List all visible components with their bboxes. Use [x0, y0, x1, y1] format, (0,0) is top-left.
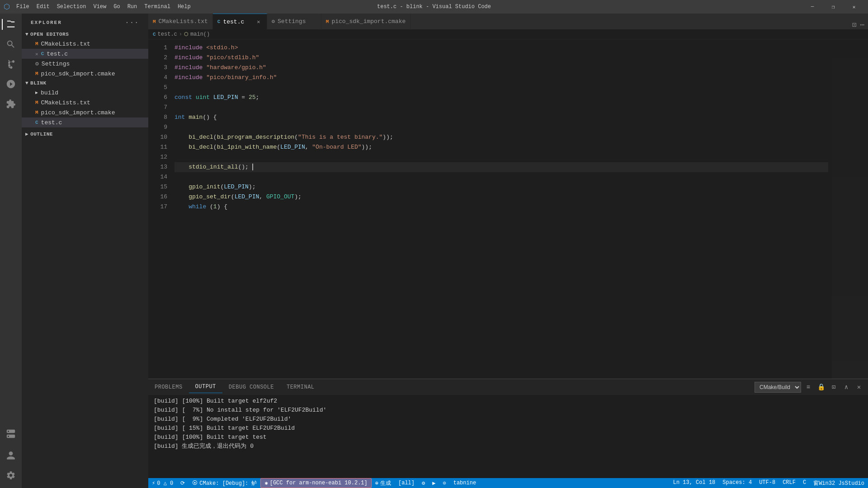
status-position[interactable]: Ln 13, Col 18 [670, 479, 719, 486]
outline-chevron-icon: ▶ [25, 131, 28, 137]
menu-selection[interactable]: Selection [54, 3, 89, 11]
folder-build[interactable]: ▶ build [22, 88, 148, 98]
panel-tab-problems[interactable]: PROBLEMS [148, 381, 189, 393]
split-editor-icon[interactable]: ⊡ [852, 20, 857, 29]
outline-label: OUTLINE [30, 131, 53, 137]
outline-section[interactable]: ▶ OUTLINE [22, 129, 148, 139]
status-line-ending[interactable]: CRLF [779, 479, 799, 486]
maximize-panel-icon[interactable]: ∧ [841, 382, 852, 393]
code-line-13: stdio_init_all(); [175, 162, 828, 172]
status-right: Ln 13, Col 18 Spaces: 4 UTF-8 CRLF C 窗Wi… [670, 479, 868, 487]
run-icon: ▶ [432, 480, 435, 487]
status-remote[interactable]: 窗Win32 JsStudio [810, 479, 868, 487]
panel-tabs: PROBLEMS OUTPUT DEBUG CONSOLE TERMINAL [148, 381, 321, 393]
menu-edit[interactable]: Edit [34, 3, 52, 11]
blink-picosdk-label: pico_sdk_import.cmake [41, 109, 115, 116]
open-editors-label: OPEN EDITORS [30, 32, 69, 37]
panel-output: [build] [100%] Built target elf2uf2 [bui… [148, 395, 868, 478]
activity-extensions[interactable] [2, 95, 20, 113]
status-tabnine[interactable]: tabnine [450, 478, 480, 488]
status-encoding[interactable]: UTF-8 [755, 479, 779, 486]
sidebar-more-icon[interactable]: ··· [125, 19, 139, 26]
window-title: test.c - blink - Visual Studio Code [377, 4, 491, 10]
status-debug[interactable]: ⊙ [439, 478, 449, 488]
more-tabs-icon[interactable]: ⋯ [860, 20, 864, 29]
folder-build-label: build [41, 89, 58, 96]
activity-explorer[interactable] [2, 15, 20, 33]
blink-cmakelists[interactable]: M CMakeLists.txt [22, 98, 148, 108]
minimap [832, 39, 868, 379]
panel-tab-terminal[interactable]: TERMINAL [280, 381, 321, 393]
code-line-4: #include "pico/binary_info.h" [175, 73, 828, 83]
breadcrumb-symbol[interactable]: main() [190, 31, 210, 38]
close-button[interactable]: ✕ [844, 0, 864, 14]
open-editor-picosdk-label: pico_sdk_import.cmake [41, 70, 115, 77]
activity-account[interactable] [2, 446, 20, 465]
blink-picosdk[interactable]: M pico_sdk_import.cmake [22, 108, 148, 117]
lock-output-icon[interactable]: 🔒 [816, 382, 826, 393]
panel-header: PROBLEMS OUTPUT DEBUG CONSOLE TERMINAL C… [148, 379, 868, 395]
menu-terminal[interactable]: Terminal [142, 3, 173, 11]
output-source-dropdown[interactable]: CMake/Build [755, 382, 801, 393]
menu-file[interactable]: File [14, 3, 32, 11]
tab-cmake-icon: M [153, 19, 156, 24]
status-language-label: C [803, 479, 806, 486]
clear-output-icon[interactable]: ≡ [803, 382, 814, 393]
status-gcc[interactable]: ✱ [GCC for arm-none-eabi 10.2.1] [260, 478, 371, 488]
tab-picosdk[interactable]: M pico_sdk_import.cmake [321, 14, 410, 29]
breadcrumb-file[interactable]: test.c [158, 31, 177, 38]
menu-go[interactable]: Go [111, 3, 123, 11]
tab-close-testc[interactable]: ✕ [255, 18, 262, 25]
menu-help[interactable]: Help [175, 3, 193, 11]
tab-testc-label: test.c [223, 19, 244, 25]
debug-icon: ⊙ [443, 480, 446, 487]
open-editor-settings[interactable]: ⚙ Settings [22, 59, 148, 69]
code-line-6: const uint LED_PIN = 25; [175, 93, 828, 103]
open-editor-testc[interactable]: ✕ C test.c [22, 49, 148, 59]
svg-point-2 [8, 431, 9, 432]
cmake-icon: M [35, 41, 38, 47]
gear-status-icon: ✱ [264, 480, 268, 487]
tab-settings-label: Settings [278, 18, 306, 25]
status-spaces[interactable]: Spaces: 4 [719, 479, 755, 486]
activity-run-debug[interactable] [2, 75, 20, 93]
explorer-header: EXPLORER ··· [22, 14, 148, 30]
open-editor-icon[interactable]: ⊡ [828, 382, 839, 393]
close-icon[interactable]: ✕ [35, 51, 38, 57]
error-icon: ⚡ [152, 480, 155, 487]
status-run[interactable]: ▶ [429, 478, 439, 488]
status-sync[interactable]: ⟳ [177, 478, 189, 488]
activity-search[interactable] [2, 35, 20, 53]
status-language[interactable]: C [799, 479, 810, 486]
status-all-label: [all] [398, 480, 415, 486]
blink-testc-label: test.c [41, 119, 62, 126]
cmake4-icon: M [35, 110, 38, 115]
blink-chevron-icon: ▼ [25, 80, 28, 86]
tab-settings[interactable]: ⚙ Settings [267, 14, 321, 29]
activity-settings[interactable] [2, 466, 20, 484]
status-cmake[interactable]: ⦿ CMake: [Debug]: 鲈 [189, 478, 260, 488]
blink-cmakelists-label: CMakeLists.txt [41, 99, 90, 106]
activity-remote-explorer[interactable] [2, 425, 20, 443]
activity-source-control[interactable] [2, 55, 20, 73]
close-panel-icon[interactable]: ✕ [854, 382, 864, 393]
panel-tab-output[interactable]: OUTPUT [189, 381, 222, 393]
status-errors[interactable]: ⚡ 0 △ 0 [148, 478, 177, 488]
maximize-button[interactable]: ❐ [823, 0, 844, 14]
status-config[interactable]: ⚙ [418, 478, 429, 488]
menu-view[interactable]: View [90, 3, 109, 11]
blink-testc[interactable]: C test.c [22, 117, 148, 127]
code-content[interactable]: #include <stdio.h> #include "pico/stdlib… [171, 39, 832, 379]
tab-cmakelists[interactable]: M CMakeLists.txt [148, 14, 213, 29]
open-editor-cmakelists[interactable]: M CMakeLists.txt [22, 39, 148, 49]
menu-bar[interactable]: File Edit Selection View Go Run Terminal… [14, 3, 193, 11]
blink-section[interactable]: ▼ BLINK [22, 79, 148, 88]
minimize-button[interactable]: ─ [802, 0, 823, 14]
open-editor-picosdk[interactable]: M pico_sdk_import.cmake [22, 69, 148, 79]
status-all[interactable]: [all] [395, 478, 418, 488]
open-editors-section[interactable]: ▼ OPEN EDITORS [22, 30, 148, 39]
panel-tab-debug-console[interactable]: DEBUG CONSOLE [222, 381, 280, 393]
tab-testc[interactable]: C test.c ✕ [213, 14, 267, 29]
menu-run[interactable]: Run [125, 3, 140, 11]
status-build[interactable]: ⊕ 生成 [372, 478, 395, 488]
